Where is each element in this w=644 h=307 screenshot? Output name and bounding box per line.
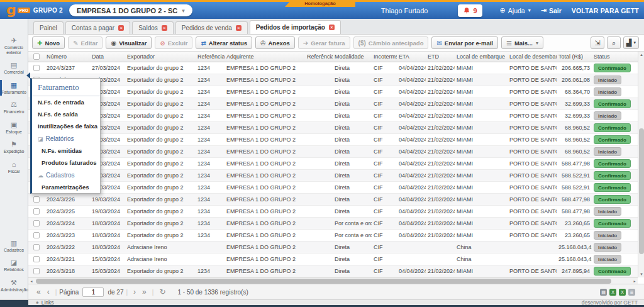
row-checkbox[interactable] [33,268,40,274]
next-page-button[interactable]: › [133,287,136,296]
company-selector[interactable]: EMPRESA 1 DO GRUPO 2 - SC ▾ [69,4,192,16]
close-icon[interactable]: × [236,25,242,31]
table-row[interactable]: 2024/3/22418/03/2024Exportador do grupo … [28,218,638,230]
help-button[interactable]: ⊕ Ajuda ▾ [500,6,531,14]
row-checkbox[interactable] [33,208,40,215]
vertical-scroll-thumb[interactable] [639,128,644,254]
column-header[interactable]: Total (R$) [557,53,592,60]
button-label: Anexos [269,40,290,47]
excel-icon[interactable]: X [609,289,616,296]
close-icon[interactable]: × [162,25,167,31]
export-button[interactable]: ⇲ [591,36,604,49]
close-icon[interactable]: × [118,25,124,31]
excel-icon[interactable]: X [619,289,626,296]
vertical-scrollbar[interactable]: ▲ ▼ [638,52,644,277]
column-header[interactable]: Exportador [125,53,196,60]
sidebar-item-cadastros[interactable]: ▥Cadastros [0,238,28,254]
table-row[interactable]: 2024/3/22921/03/2024Exportador do grupo … [28,158,638,170]
cell-incoterms: CIF [372,65,397,71]
back-to-gett-button[interactable]: VOLTAR PARA GETT [572,7,639,14]
sidebar-item-relatorios[interactable]: ◪Relatórios [0,257,28,274]
menu-item[interactable]: N.Fs. de entrada [32,96,100,108]
sidebar-item-financeiro[interactable]: ⚖Financeiro [0,99,28,116]
select-all-checkbox[interactable] [33,53,40,60]
sidebar-item-faturamento[interactable]: ▦Faturamento [0,80,28,96]
sidebar-item-comercial[interactable]: ▤Comercial [0,60,28,76]
column-header[interactable]: Referência [305,53,333,60]
sidebar-item-administracao[interactable]: ⚒Administração [0,277,28,294]
refresh-button[interactable]: ↻ [159,287,165,296]
row-checkbox[interactable] [33,232,40,238]
alterar-status-button[interactable]: ⇄Alterar status [196,36,252,49]
tab-pedidos-de-venda[interactable]: Pedidos de venda× [175,21,248,34]
search-button[interactable]: ⌕ [607,36,621,49]
sidebar-item-comercio-exterior[interactable]: ✈Comércio exterior [0,35,28,56]
menu-item[interactable]: Produtos faturados [32,157,100,169]
table-row[interactable]: 2024/3/23122/03/2024Exportador do grupo … [28,134,638,146]
table-row[interactable]: 2024/3/23326/03/2024Exportador do grupo … [28,110,638,122]
tab-label: Contas a pagar [72,25,114,31]
table-row[interactable]: 2024/3/23526/03/2024Exportador do grupo … [28,86,638,98]
column-header[interactable]: Modalidade [333,53,372,60]
table-row[interactable]: 2024/3/21815/03/2024Exportador do grupo … [28,265,638,277]
notifications-button[interactable]: 9 [458,4,482,17]
table-row[interactable]: 2024/3/22820/03/2024Exportador do grupo … [28,170,638,182]
novo-button[interactable]: ✚Novo [32,36,65,49]
table-row[interactable]: 2024/3/22318/03/2024Exportador do grupo … [28,230,638,242]
mais-button[interactable]: ☰Mais...▾ [501,36,543,49]
visualizar-button[interactable]: ◉Visualizar [106,36,152,49]
tab-pedidos-de-importacao[interactable]: Pedidos de importação× [250,20,341,34]
row-checkbox[interactable] [33,65,40,71]
scroll-down-arrow[interactable]: ▼ [638,271,644,277]
anexos-button[interactable]: ✇Anexos [255,36,295,49]
enviar-por-e-mail-button[interactable]: ✉Enviar por e-mail [431,36,497,49]
column-header[interactable]: Local de desembarque [508,53,557,60]
tab-painel[interactable]: Painel [33,21,64,34]
column-header[interactable]: Status [592,53,631,60]
row-checkbox[interactable] [33,244,40,250]
table-row[interactable]: 2024/3/22218/03/2024Adraciane IrenoEMPRE… [28,242,638,254]
table-row[interactable]: 2024/3/23627/03/2024Exportador do grupo … [28,74,638,86]
table-row[interactable]: 2024/3/23022/03/2024Exportador do grupo … [28,146,638,158]
last-page-button[interactable]: » [142,287,147,296]
chart-button[interactable]: ▟▾ [623,36,639,49]
column-header[interactable]: Data [90,53,125,60]
sidebar-item-expedicao[interactable]: ⚑Expedição [0,139,28,155]
links-button[interactable]: ⚭ Links [35,300,54,306]
column-header[interactable]: ETA [397,53,426,60]
table-row[interactable]: 2024/3/23727/03/2024Exportador do grupo … [28,62,638,74]
column-header[interactable]: Local de embarque [455,53,508,60]
table-row[interactable]: 2024/3/22719/03/2024Exportador do grupo … [28,182,638,194]
menu-item[interactable]: N.Fs. emitidas [32,145,100,157]
tab-saldos[interactable]: Saldos× [132,21,174,34]
column-header[interactable]: Adquirente [225,53,305,60]
menu-item[interactable]: N.Fs. de saída [32,108,100,120]
row-checkbox[interactable] [33,220,40,226]
table-row[interactable]: 2024/3/22519/03/2024Exportador do grupo … [28,206,638,218]
menu-item[interactable]: Inutilizações de faixa [32,120,100,132]
first-page-button[interactable]: « [36,287,41,296]
table-row[interactable]: 2024/3/22115/03/2024Adraciane IrenoEMPRE… [28,254,638,265]
column-header[interactable]: Referência [196,53,225,60]
row-checkbox[interactable] [33,256,40,262]
column-header[interactable]: Número [45,53,90,60]
logout-button[interactable]: ⇥ Sair [541,6,562,14]
prev-page-button[interactable]: ‹ [47,287,50,296]
horizontal-scroll-thumb[interactable] [36,279,611,284]
printer-icon[interactable]: ▤ [600,289,607,296]
column-header[interactable]: Incoterms® [372,53,397,60]
row-checkbox[interactable] [33,196,40,203]
column-header[interactable]: ETD [426,53,455,60]
file-icon[interactable]: ≣ [628,289,635,296]
tab-contas-a-pagar[interactable]: Contas a pagar× [65,21,130,34]
page-input[interactable] [82,287,104,297]
close-icon[interactable]: × [329,25,335,30]
sidebar-item-fiscal[interactable]: ⌂Fiscal [0,159,28,176]
table-row[interactable]: 2024/3/23426/03/2024Exportador do grupo … [28,98,638,110]
horizontal-scrollbar[interactable]: ◂ ▸ [28,277,638,284]
table-row[interactable]: 2024/3/22619/03/2024Exportador do grupo … [28,194,638,206]
scroll-up-arrow[interactable]: ▲ [638,52,644,58]
table-row[interactable]: 2024/3/23222/03/2024Exportador do grupo … [28,122,638,134]
menu-item[interactable]: Parametrizações [32,181,100,193]
sidebar-item-estoque[interactable]: ▣Estoque [0,120,28,136]
